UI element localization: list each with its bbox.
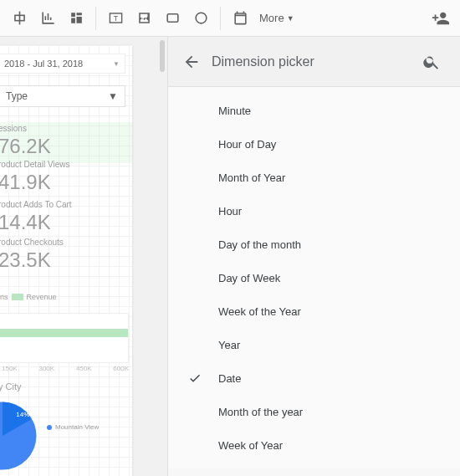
type-label: Type bbox=[6, 90, 28, 102]
x-axis-ticks: 150K 300K 450K 600K bbox=[0, 365, 132, 372]
check-icon bbox=[188, 371, 202, 385]
metric-label: roduct Adds To Cart bbox=[0, 200, 72, 209]
picker-item[interactable]: Date bbox=[168, 361, 460, 395]
picker-item[interactable]: Week of Year bbox=[168, 428, 460, 462]
picker-list: MinuteHour of DayMonth of YearHourDay of… bbox=[168, 87, 460, 468]
picker-item-label: Week of Year bbox=[218, 439, 283, 452]
more-button[interactable]: More ▼ bbox=[254, 4, 299, 33]
svg-point-5 bbox=[196, 13, 207, 23]
picker-item-label: Day of the month bbox=[218, 238, 301, 251]
text-box-icon[interactable]: T bbox=[101, 4, 130, 33]
picker-item-label: Minute bbox=[218, 105, 251, 117]
picker-item[interactable]: Hour bbox=[168, 194, 460, 228]
metric-value: 76.2K bbox=[0, 135, 132, 158]
search-button[interactable] bbox=[418, 49, 445, 75]
image-icon[interactable] bbox=[130, 4, 158, 33]
resizer-grip bbox=[160, 40, 165, 72]
picker-item[interactable]: Month of the year bbox=[168, 395, 460, 428]
picker-item[interactable]: Day of the month bbox=[168, 228, 460, 261]
picker-item-label: Month of the year bbox=[218, 406, 303, 418]
dimension-picker-panel: Dimension picker MinuteHour of DayMonth … bbox=[167, 37, 460, 476]
bar-series bbox=[0, 329, 128, 337]
table-icon[interactable] bbox=[62, 4, 90, 33]
top-toolbar: T More ▼ bbox=[0, 0, 460, 37]
metric-block[interactable]: roduct Adds To Cart 14.4K bbox=[0, 198, 72, 239]
back-button[interactable] bbox=[178, 49, 205, 75]
pie-chart[interactable]: 14% bbox=[0, 398, 40, 473]
chevron-down-icon: ▼ bbox=[113, 60, 120, 68]
toolbar-divider bbox=[220, 7, 221, 30]
bar-chart[interactable] bbox=[0, 313, 129, 363]
report-canvas[interactable]: 2018 - Jul 31, 2018 ▼ Type ▼ essions 76.… bbox=[0, 45, 132, 476]
metric-value: 14.4K bbox=[0, 211, 72, 234]
toolbar-divider bbox=[95, 7, 96, 30]
metric-label: essions bbox=[0, 124, 132, 133]
metric-value: 23.5K bbox=[0, 248, 64, 272]
picker-item-label: Day of Week bbox=[218, 272, 280, 284]
tick: 150K bbox=[2, 365, 18, 372]
panel-resizer[interactable] bbox=[157, 37, 167, 476]
picker-item[interactable]: Day of Week bbox=[168, 261, 460, 294]
legend-label: Mountain View bbox=[55, 423, 99, 431]
picker-item-label: Hour bbox=[218, 205, 242, 218]
tick: 300K bbox=[38, 365, 54, 372]
legend-item: Revenue bbox=[27, 293, 57, 301]
tick: 450K bbox=[76, 365, 92, 372]
chart-legend: ns Revenue bbox=[0, 293, 57, 301]
picker-item[interactable]: Month of Year bbox=[168, 161, 460, 194]
metric-block[interactable]: roduct Checkouts 23.5K bbox=[0, 236, 64, 277]
picker-item-label: Month of Year bbox=[218, 171, 285, 184]
date-range-label: 2018 - Jul 31, 2018 bbox=[4, 59, 83, 69]
section-title: y City bbox=[0, 381, 22, 392]
tick: 600K bbox=[113, 365, 129, 372]
picker-item-label: Date bbox=[218, 372, 241, 385]
metric-block[interactable]: roduct Detail Views 41.9K bbox=[0, 158, 69, 199]
legend-swatch bbox=[12, 294, 23, 300]
legend-dot bbox=[47, 425, 52, 430]
add-person-icon[interactable] bbox=[427, 4, 455, 33]
picker-header: Dimension picker bbox=[168, 37, 460, 87]
align-icon[interactable] bbox=[5, 4, 33, 33]
picker-item[interactable]: Week of the Year bbox=[168, 294, 460, 328]
date-range-icon[interactable] bbox=[226, 4, 254, 33]
rectangle-icon[interactable] bbox=[158, 4, 187, 33]
metric-label: roduct Checkouts bbox=[0, 238, 64, 247]
report-canvas-area: 2018 - Jul 31, 2018 ▼ Type ▼ essions 76.… bbox=[0, 37, 167, 476]
picker-item[interactable]: Hour of Day bbox=[168, 127, 460, 161]
picker-item-label: Hour of Day bbox=[218, 138, 276, 151]
svg-text:T: T bbox=[113, 14, 118, 23]
pie-slice-label: 14% bbox=[16, 411, 29, 418]
picker-item[interactable]: Minute bbox=[168, 94, 460, 127]
picker-item-label: Week of the Year bbox=[218, 305, 301, 318]
svg-rect-4 bbox=[167, 14, 178, 23]
metric-block[interactable]: essions 76.2K bbox=[0, 122, 132, 163]
metric-value: 41.9K bbox=[0, 171, 69, 194]
metric-label: roduct Detail Views bbox=[0, 160, 69, 169]
date-range-selector[interactable]: 2018 - Jul 31, 2018 ▼ bbox=[0, 54, 125, 74]
type-selector[interactable]: Type ▼ bbox=[0, 85, 125, 107]
picker-item-label: Year bbox=[218, 339, 240, 351]
circle-icon[interactable] bbox=[187, 4, 215, 33]
picker-title: Dimension picker bbox=[212, 54, 314, 69]
pie-legend: Mountain View bbox=[47, 423, 99, 431]
more-label: More bbox=[259, 12, 284, 24]
picker-item[interactable]: Year bbox=[168, 328, 460, 361]
chevron-down-icon: ▼ bbox=[108, 90, 118, 102]
chevron-down-icon: ▼ bbox=[287, 14, 294, 23]
bar-chart-icon[interactable] bbox=[33, 4, 62, 33]
legend-item: ns bbox=[0, 293, 8, 301]
